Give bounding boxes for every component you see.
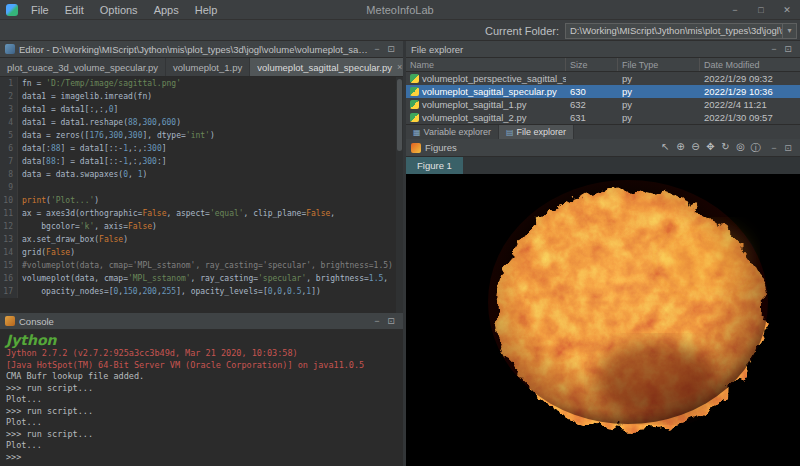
- code-token: data1 = data1.reshape(: [22, 118, 128, 127]
- code-token: , brightness=: [306, 274, 369, 283]
- column-header-date-modified[interactable]: Date Modified: [700, 58, 800, 71]
- figure-tab[interactable]: Figure 1: [406, 157, 463, 174]
- file-date-cell: 2022/1/30 09:57: [700, 111, 800, 124]
- file-name: volumeplot_sagittal_1.py: [422, 99, 527, 110]
- code-line: 12 bgcolor='k', axis=False): [0, 220, 403, 233]
- minimize-panel-icon[interactable]: −: [767, 44, 781, 54]
- rotate-tool-icon[interactable]: ↻: [718, 141, 733, 155]
- code-line: 7data[88:] = data1[::-1,:,300:]: [0, 155, 403, 168]
- code-line: 3data1 = data1[:,:,0]: [0, 103, 403, 116]
- code-line: 4data1 = data1.reshape(88,300,600): [0, 116, 403, 129]
- code-token: 'k': [80, 222, 94, 231]
- title-bar: FileEditOptionsAppsHelp MeteoInfoLab −□✕: [0, 0, 800, 20]
- code-token: data1 = data1[:,:,: [22, 105, 109, 114]
- console-icon: [5, 316, 15, 326]
- console-panel: Console − ⊡ Jython Jython 2.7.2 (v2.7.2:…: [0, 313, 403, 466]
- file-table-rows: volumeplot_perspective_sagittal_sp...py2…: [406, 72, 800, 124]
- console-output[interactable]: Jython Jython 2.7.2 (v2.7.2:925a3cc3b49d…: [0, 330, 403, 465]
- file-type-cell: py: [618, 111, 700, 124]
- file-name-cell: volumeplot_sagittal_2.py: [406, 111, 566, 124]
- line-number: 11: [0, 207, 18, 220]
- code-token: grid(: [22, 248, 46, 257]
- menu-help[interactable]: Help: [187, 0, 226, 20]
- code-text: opacity_nodes=[0,150,200,255], opacity_l…: [18, 285, 321, 298]
- code-text: data1 = data1[:,:,0]: [18, 103, 118, 116]
- column-header-file-type[interactable]: File Type: [618, 58, 700, 71]
- code-text: data1 = imagelib.imread(fn): [18, 90, 152, 103]
- zoom-out-tool-icon[interactable]: ⊖: [688, 141, 703, 155]
- code-line: 13ax.set_draw_box(False): [0, 233, 403, 246]
- editor-panel-title: Editor - D:\Working\MIScript\Jython\mis\…: [19, 44, 370, 55]
- identify-tool-icon[interactable]: ⓘ: [748, 141, 763, 155]
- file-explorer-panel: File explorer − ⊡ NameSizeFile TypeDate …: [406, 41, 800, 139]
- menu-apps[interactable]: Apps: [146, 0, 187, 20]
- pan-tool-icon[interactable]: ✥: [703, 141, 718, 155]
- current-folder-combobox[interactable]: D:\Working\MIScript\Jython\mis\plot_type…: [565, 23, 797, 39]
- code-token: 200: [142, 287, 156, 296]
- code-text: print('Plot...'): [18, 194, 99, 207]
- code-token: 'D:/Temp/image/sagittal.png': [46, 79, 181, 88]
- float-panel-icon[interactable]: ⊡: [384, 316, 398, 326]
- code-token: , aspect=: [167, 209, 210, 218]
- line-number: 10: [0, 194, 18, 207]
- tab-close-icon[interactable]: ×: [397, 62, 402, 72]
- code-token: ], opacity_levels=[: [176, 287, 268, 296]
- python-file-icon: [410, 74, 419, 83]
- float-panel-icon[interactable]: ⊡: [384, 44, 398, 54]
- full-extent-tool-icon[interactable]: ◎: [733, 141, 748, 155]
- select-tool-icon[interactable]: ↖: [658, 141, 673, 155]
- float-panel-icon[interactable]: ⊡: [781, 143, 795, 153]
- column-header-size[interactable]: Size: [566, 58, 618, 71]
- file-row[interactable]: volumeplot_sagittal_1.py632py2022/2/4 11…: [406, 98, 800, 111]
- code-token: data = data.swapaxes(: [22, 170, 123, 179]
- file-size-cell: 631: [566, 111, 618, 124]
- menu-file[interactable]: File: [23, 0, 57, 20]
- code-line: 14grid(False): [0, 246, 403, 259]
- code-token: data[:: [22, 144, 51, 153]
- figures-header: Figures ↖⊕⊖✥↻◎ⓘ − ⊡: [406, 139, 800, 157]
- editor-scrollbar-thumb[interactable]: [397, 79, 402, 151]
- column-header-name[interactable]: Name: [406, 58, 566, 71]
- minimize-window-button[interactable]: −: [722, 0, 748, 20]
- minimize-panel-icon[interactable]: −: [370, 44, 384, 54]
- code-token: bgcolor=: [22, 222, 80, 231]
- code-token: 88: [128, 118, 138, 127]
- editor-scrollbar[interactable]: [396, 77, 403, 313]
- tab-variable-explorer[interactable]: ▦Variable explorer: [406, 125, 499, 139]
- tab-file-explorer[interactable]: ▤File explorer: [499, 125, 574, 139]
- code-token: 88: [51, 144, 61, 153]
- combo-dropdown-icon[interactable]: ▾: [782, 24, 796, 38]
- menu-options[interactable]: Options: [92, 0, 146, 20]
- file-row[interactable]: volumeplot_perspective_sagittal_sp...py2…: [406, 72, 800, 85]
- code-token: , axis=: [94, 222, 128, 231]
- file-date-cell: 2022/2/4 11:21: [700, 98, 800, 111]
- minimize-panel-icon[interactable]: −: [370, 316, 384, 326]
- code-token: 'MPL_sstanom': [128, 274, 191, 283]
- maximize-window-button[interactable]: □: [748, 0, 774, 20]
- code-text: bgcolor='k', axis=False): [18, 220, 157, 233]
- explorer-tab-label: File explorer: [517, 127, 567, 137]
- editor-tab[interactable]: plot_cuace_3d_volume_specular.py: [0, 58, 166, 76]
- editor-tab[interactable]: volumeplot_sagittal_specular.py×: [250, 58, 410, 76]
- file-row[interactable]: volumeplot_sagittal_2.py631py2022/1/30 0…: [406, 111, 800, 124]
- file-date-cell: 2022/1/29 10:36: [700, 85, 800, 98]
- editor-tab[interactable]: volumeplot_1.py: [166, 58, 250, 76]
- line-number: 17: [0, 285, 18, 298]
- code-token: 176: [89, 131, 103, 140]
- editor-tab-label: plot_cuace_3d_volume_specular.py: [7, 62, 158, 73]
- zoom-in-tool-icon[interactable]: ⊕: [673, 141, 688, 155]
- console-line: Plot...: [6, 394, 397, 406]
- menu-edit[interactable]: Edit: [57, 0, 92, 20]
- file-date-cell: 2022/1/29 09:32: [700, 72, 800, 85]
- close-window-button[interactable]: ✕: [774, 0, 800, 20]
- code-line: 5data = zeros([176,300,300], dtype='int'…: [0, 129, 403, 142]
- file-row[interactable]: volumeplot_sagittal_specular.py630py2022…: [406, 85, 800, 98]
- code-token: :]: [157, 157, 167, 166]
- minimize-panel-icon[interactable]: −: [767, 143, 781, 153]
- python-file-icon: [410, 113, 419, 122]
- file-name-cell: volumeplot_sagittal_1.py: [406, 98, 566, 111]
- float-panel-icon[interactable]: ⊡: [781, 44, 795, 54]
- code-editor[interactable]: 1fn = 'D:/Temp/image/sagittal.png'2data1…: [0, 77, 403, 313]
- figure-canvas[interactable]: [406, 174, 800, 466]
- code-token: ): [123, 235, 128, 244]
